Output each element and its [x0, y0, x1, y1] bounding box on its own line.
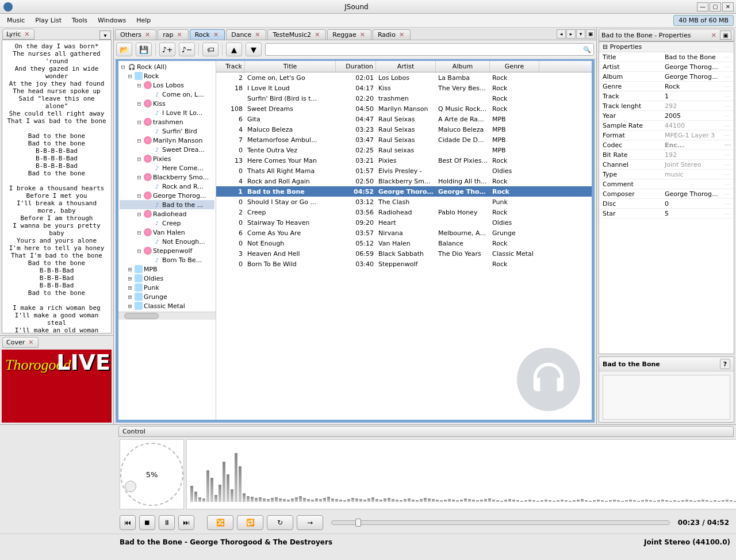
col-album[interactable]: Album [436, 61, 490, 72]
property-more-icon[interactable]: ⋯ [724, 132, 734, 139]
tree-node[interactable]: ⊟Marilyn Manson [120, 136, 214, 145]
minimize-button[interactable]: — [697, 2, 708, 11]
playlist-tab[interactable]: Others✕ [115, 29, 156, 40]
tab-scroll-left[interactable]: ◂ [557, 29, 566, 39]
tree-node[interactable]: ♪Bad to the ... [120, 200, 214, 209]
tab-close-icon[interactable]: ✕ [144, 31, 151, 39]
tree-node[interactable]: ⊟🎧Rock (All) [120, 62, 214, 71]
tab-close-icon[interactable]: ✕ [359, 31, 366, 39]
property-row[interactable]: ComposerGeorge Thorog...⋯ [599, 189, 734, 199]
shuffle-button[interactable]: 🔀 [207, 515, 233, 530]
playlist-tab[interactable]: Dance✕ [226, 29, 266, 40]
property-more-icon[interactable]: ⋯ [724, 73, 734, 80]
track-row[interactable]: 7Metamorfose Ambul...03:47Raul SeixasCid… [216, 135, 592, 145]
track-row[interactable]: Surfin' Bird (Bird is t...02:20trashmenR… [216, 93, 592, 103]
tree-node[interactable]: ⊟trashmen [120, 117, 214, 126]
track-row[interactable]: 3Heaven And Hell06:59Black SabbathThe Di… [216, 248, 592, 259]
tree-node[interactable]: ⊟George Thorog... [120, 191, 214, 200]
col-artist[interactable]: Artist [376, 61, 436, 72]
lyric-tab-close-icon[interactable]: ✕ [23, 30, 30, 38]
search-icon[interactable]: 🔍 [583, 46, 591, 53]
property-row[interactable]: ChannelJoint Stereo⋯ [599, 160, 734, 170]
next-button[interactable]: ⏭ [178, 515, 194, 530]
track-row[interactable]: 0Not Enough05:12Van HalenBalanceRock [216, 238, 592, 248]
tag-button[interactable]: 🏷 [202, 43, 218, 56]
close-button[interactable]: ✕ [722, 2, 734, 11]
tab-close-icon[interactable]: ✕ [313, 31, 321, 39]
tree-node[interactable]: ⊞Oldies [120, 274, 214, 283]
tree-node[interactable]: ♪Not Enough... [120, 237, 214, 246]
track-row[interactable]: 0Should I Stay or Go ...03:12The ClashPu… [216, 197, 592, 207]
repeat-one-button[interactable]: ↻ [267, 515, 293, 530]
property-row[interactable]: ArtistGeorge Thorog...⋯ [599, 62, 734, 72]
tree-node[interactable]: ♪Here Come... [120, 163, 214, 172]
stop-button[interactable]: ⏹ [139, 515, 155, 530]
tree-node[interactable]: ⊟Los Lobos [120, 80, 214, 90]
track-row[interactable]: 0Thats All Right Mama01:57Elvis Presley … [216, 166, 592, 176]
property-more-icon[interactable]: ⋯ [724, 83, 734, 90]
property-more-icon[interactable]: ⋯ [724, 53, 734, 61]
prev-button[interactable]: ⏮ [120, 515, 136, 530]
property-more-icon[interactable]: ⋯ [724, 200, 734, 208]
open-folder-button[interactable]: 📂 [116, 43, 132, 56]
tab-dropdown[interactable]: ▾ [576, 29, 585, 39]
menu-playlist[interactable]: Play List [30, 15, 66, 26]
pause-button[interactable]: ⏸ [159, 515, 175, 530]
tree-node[interactable]: ♪Come on, L... [120, 90, 214, 99]
property-row[interactable]: Star5⋯ [599, 209, 734, 218]
property-more-icon[interactable]: ⋯ [724, 141, 734, 149]
property-more-icon[interactable]: ⋯ [724, 122, 734, 129]
search-box[interactable]: 🔍 [265, 43, 594, 56]
tab-toggle[interactable]: ▣ [586, 29, 595, 39]
volume-knob[interactable]: 5% [120, 443, 183, 506]
property-more-icon[interactable]: ⋯ [724, 112, 734, 120]
cover-tab-close-icon[interactable]: ✕ [27, 339, 34, 346]
properties-toggle-button[interactable]: ▣ [720, 30, 731, 40]
save-playlist-button[interactable]: 💾 [136, 43, 152, 56]
property-row[interactable]: CodecEnc...⋯ [599, 140, 734, 150]
col-duration[interactable]: Duration [336, 61, 376, 72]
tree-node[interactable]: ♪Surfin' Bird [120, 126, 214, 136]
repeat-button[interactable]: 🔁 [237, 515, 263, 530]
tree-node[interactable]: ⊞Punk [120, 283, 214, 292]
tree-node[interactable]: ⊟Blackberry Smo... [120, 172, 214, 182]
cover-tab[interactable]: Cover ✕ [2, 337, 39, 348]
property-row[interactable]: FormatMPEG-1 Layer 3⋯ [599, 131, 734, 140]
track-row[interactable]: 2Come on, Let's Go02:01Los LobosLa Bamba… [216, 72, 592, 83]
property-row[interactable]: AlbumGeorge Thorog...⋯ [599, 72, 734, 82]
search-input[interactable] [268, 46, 583, 53]
lyric-toggle-button[interactable]: ▾ [99, 30, 111, 40]
track-row[interactable]: 18I Love It Loud04:17KissThe Very Best..… [216, 83, 592, 93]
col-title[interactable]: Title [245, 61, 336, 72]
track-table[interactable]: Track Title Duration Artist Album Genre … [216, 61, 592, 420]
tree-node[interactable]: ⊟Steppenwolf [120, 246, 214, 255]
add-track-button[interactable]: ♪+ [159, 43, 175, 56]
track-row[interactable]: 6Gita04:47Raul SeixasA Arte de Raul...MP… [216, 114, 592, 124]
track-row[interactable]: 2Creep03:56RadioheadPablo HoneyRock [216, 207, 592, 217]
property-row[interactable]: TitleBad to the Bone⋯ [599, 52, 734, 62]
remove-track-button[interactable]: ♪− [179, 43, 195, 56]
menu-music[interactable]: Music [2, 15, 29, 26]
property-row[interactable]: Track1⋯ [599, 91, 734, 101]
track-row[interactable]: 13Here Comes Your Man03:21PixiesBest Of … [216, 155, 592, 166]
playlist-tab[interactable]: Reggae✕ [327, 29, 371, 40]
property-more-icon[interactable]: ⋯ [724, 171, 734, 178]
track-row[interactable]: 6Come As You Are03:57NirvanaMelbourne, A… [216, 228, 592, 238]
tab-close-icon[interactable]: ✕ [212, 31, 220, 39]
property-row[interactable]: Track lenght292⋯ [599, 101, 734, 111]
tree-node[interactable]: ⊟Pixies [120, 154, 214, 163]
tree-node[interactable]: ⊞Grunge [120, 292, 214, 301]
property-more-icon[interactable]: ⋯ [724, 93, 734, 100]
track-row[interactable]: 0Tente Outra Vez02:25Raul seixasMPB [216, 145, 592, 155]
control-tab[interactable]: Control [118, 426, 734, 437]
playlist-tab[interactable]: Radio✕ [373, 29, 411, 40]
playlist-tab[interactable]: Rock✕ [190, 29, 225, 40]
property-more-icon[interactable]: ⋯ [724, 102, 734, 110]
move-up-button[interactable]: ▲ [226, 43, 242, 56]
tree-node[interactable]: ♪I Love It Lo... [120, 108, 214, 117]
tab-close-icon[interactable]: ✕ [398, 31, 405, 39]
tree-node[interactable]: ♪Rock and R... [120, 182, 214, 191]
tree-node[interactable]: ♪Born To Be... [120, 255, 214, 264]
menu-tools[interactable]: Tools [67, 15, 92, 26]
tree-node[interactable]: ⊟Van Halen [120, 228, 214, 237]
